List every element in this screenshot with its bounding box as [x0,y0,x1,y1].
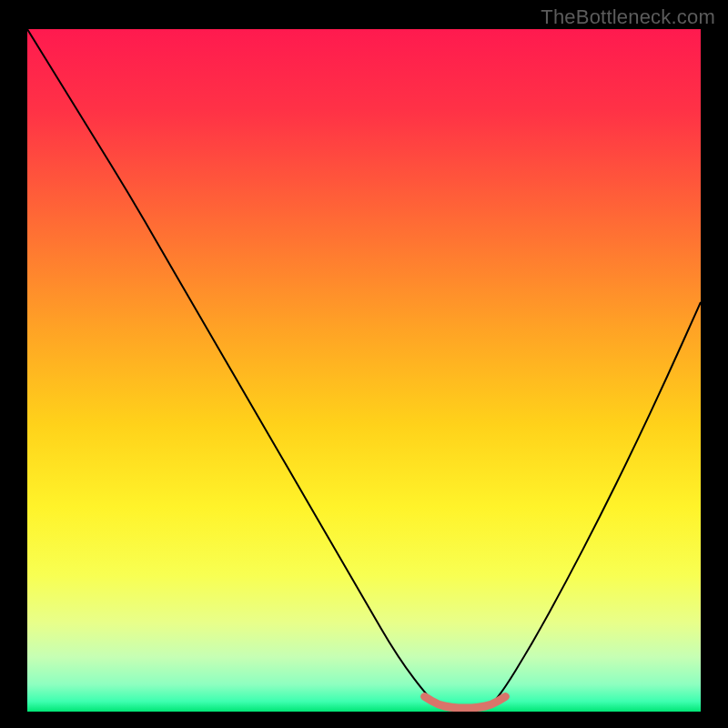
watermark-text: TheBottleneck.com [541,5,715,29]
gradient-background [27,29,701,712]
chart-plot-area [27,29,701,712]
